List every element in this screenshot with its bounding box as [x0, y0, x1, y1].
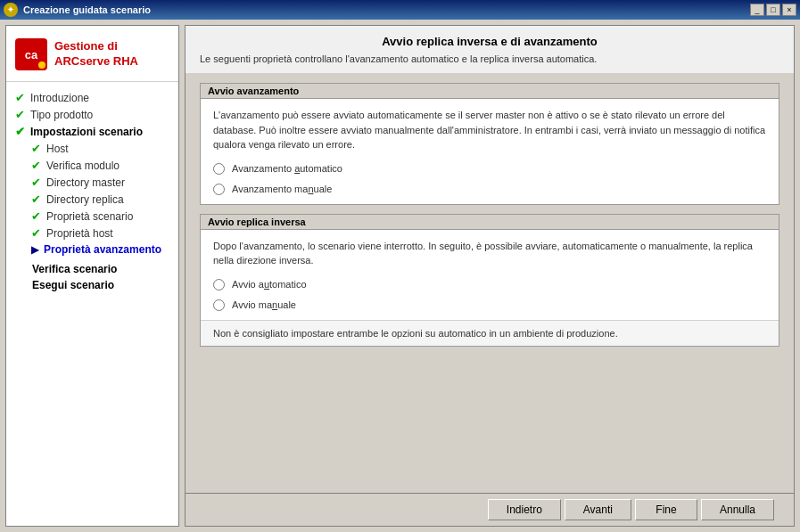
radio-replica-auto-input[interactable]: [213, 279, 225, 291]
sidebar-item-esegui-scenario[interactable]: Esegui scenario: [6, 277, 178, 293]
titlebar-title: ✦ Creazione guidata scenario: [4, 3, 151, 17]
check-icon: ✔: [31, 226, 41, 240]
finish-button[interactable]: Fine: [635, 499, 697, 520]
avvio-avanzamento-body: L'avanzamento può essere avviato automat…: [201, 99, 779, 204]
titlebar: ✦ Creazione guidata scenario _ □ ×: [0, 0, 800, 20]
minimize-button[interactable]: _: [750, 4, 764, 16]
radio-avanzamento-manuale-label: Avanzamento manuale: [232, 184, 332, 194]
content-panel: Avvio replica inversa e di avanzamento L…: [185, 25, 795, 527]
sidebar-item-host[interactable]: ✔ Host: [6, 140, 178, 157]
avvio-avanzamento-legend: Avvio avanzamento: [201, 84, 779, 99]
check-icon: ✔: [31, 142, 41, 155]
radio-replica-manuale[interactable]: Avvio manuale: [213, 299, 766, 311]
back-button[interactable]: Indietro: [488, 499, 561, 520]
check-icon: ✔: [31, 209, 41, 223]
content-header: Avvio replica inversa e di avanzamento L…: [186, 26, 794, 74]
sidebar-item-verifica-scenario[interactable]: Verifica scenario: [6, 261, 178, 277]
radio-replica-manuale-input[interactable]: [213, 299, 225, 311]
app-icon: ✦: [4, 3, 18, 17]
avvio-replica-desc: Dopo l'avanzamento, lo scenario viene in…: [213, 239, 766, 268]
radio-avanzamento-auto-input[interactable]: [213, 163, 225, 175]
sidebar-item-proprieta-scenario[interactable]: ✔ Proprietà scenario: [6, 208, 178, 225]
bottom-bar: Indietro Avanti Fine Annulla: [186, 493, 794, 526]
sidebar-item-tipo-prodotto[interactable]: ✔ Tipo prodotto: [6, 106, 178, 123]
footer-note: Non è consigliato impostare entrambe le …: [201, 320, 779, 346]
sidebar-item-impostazioni-scenario[interactable]: ✔ Impostazioni scenario: [6, 123, 178, 140]
radio-replica-manuale-label: Avvio manuale: [232, 299, 296, 310]
arrow-icon: ▶: [31, 244, 38, 256]
check-icon: ✔: [15, 108, 25, 121]
main-container: ca Gestione di ARCserve RHA ✔ Introduzio…: [0, 20, 800, 532]
check-icon: ✔: [15, 125, 25, 138]
avvio-replica-group: Avvio replica inversa Dopo l'avanzamento…: [200, 214, 779, 347]
avvio-replica-legend: Avvio replica inversa: [201, 215, 779, 230]
avvio-replica-body: Dopo l'avanzamento, lo scenario viene in…: [201, 230, 779, 320]
page-description: Le seguenti proprietà controllano l'avan…: [200, 53, 779, 64]
check-icon: ✔: [31, 192, 41, 206]
radio-avanzamento-manuale[interactable]: Avanzamento manuale: [213, 184, 766, 195]
close-button[interactable]: ×: [782, 4, 796, 16]
titlebar-controls[interactable]: _ □ ×: [750, 4, 796, 16]
sidebar-item-directory-replica[interactable]: ✔ Directory replica: [6, 191, 178, 208]
sidebar-item-introduzione[interactable]: ✔ Introduzione: [6, 89, 178, 106]
radio-avanzamento-automatico[interactable]: Avanzamento automatico: [213, 163, 766, 175]
cancel-button[interactable]: Annulla: [701, 499, 774, 520]
sidebar-item-verifica-modulo[interactable]: ✔ Verifica modulo: [6, 157, 178, 174]
sidebar-item-directory-master[interactable]: ✔ Directory master: [6, 174, 178, 191]
avvio-avanzamento-group: Avvio avanzamento L'avanzamento può esse…: [200, 83, 779, 205]
check-icon: ✔: [31, 176, 41, 189]
radio-avanzamento-auto-label: Avanzamento automatico: [232, 163, 342, 174]
check-icon: ✔: [15, 91, 25, 104]
avanzamento-radio-group: Avanzamento automatico Avanzamento manua…: [213, 163, 766, 195]
check-icon: ✔: [31, 159, 41, 172]
restore-button[interactable]: □: [766, 4, 780, 16]
sidebar-logo: ca Gestione di ARCserve RHA: [6, 33, 178, 82]
radio-avanzamento-manuale-input[interactable]: [213, 184, 225, 195]
ca-logo-icon: ca: [15, 38, 47, 70]
radio-replica-auto-label: Avvio automatico: [232, 279, 307, 290]
product-name: Gestione di ARCserve RHA: [54, 39, 138, 70]
spacer: [778, 499, 787, 520]
sidebar-item-proprieta-host[interactable]: ✔ Proprietà host: [6, 225, 178, 241]
sidebar-item-proprieta-avanzamento[interactable]: ▶ Proprietà avanzamento: [6, 241, 178, 258]
radio-replica-automatica[interactable]: Avvio automatico: [213, 279, 766, 291]
content-body: Avvio avanzamento L'avanzamento può esse…: [186, 74, 794, 493]
avvio-avanzamento-desc: L'avanzamento può essere avviato automat…: [213, 108, 766, 152]
next-button[interactable]: Avanti: [565, 499, 631, 520]
replica-radio-group: Avvio automatico Avvio manuale: [213, 279, 766, 311]
page-title: Avvio replica inversa e di avanzamento: [200, 35, 779, 48]
sidebar: ca Gestione di ARCserve RHA ✔ Introduzio…: [5, 25, 179, 527]
